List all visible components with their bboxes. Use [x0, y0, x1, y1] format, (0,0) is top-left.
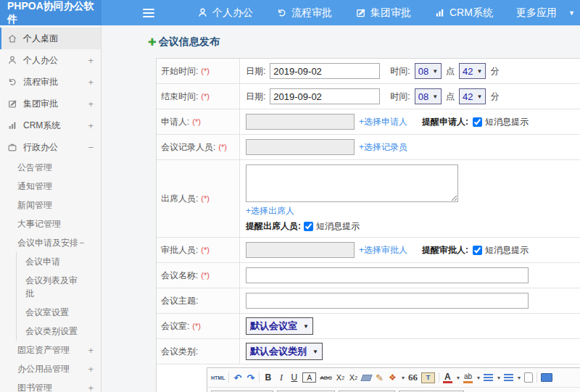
select-recorder-link[interactable]: +选择记录员 — [359, 141, 407, 154]
sidebar-item-personal-office[interactable]: 个人办公 + — [0, 49, 101, 71]
field-value — [240, 263, 580, 288]
expand-toggle: + — [88, 99, 94, 109]
caret-down-icon[interactable]: ▾ — [402, 375, 405, 381]
expand-toggle: + — [88, 345, 94, 356]
select-approver-link[interactable]: +选择审批人 — [359, 244, 407, 257]
font-box-button[interactable]: A — [302, 372, 316, 383]
html-source-button[interactable]: HTML — [211, 372, 225, 383]
approver-input[interactable] — [246, 242, 355, 258]
topnav-process-approval[interactable]: 流程审批 — [276, 7, 332, 20]
sidebar-item-group-approval[interactable]: 集团审批 + — [0, 93, 101, 114]
sidebar-item-meeting-list-approval[interactable]: 会议列表及审批 — [17, 271, 101, 303]
sidebar-item-label: 办公用品管理 — [17, 363, 70, 375]
caret-down-icon[interactable]: ▾ — [518, 375, 521, 381]
eraser-button[interactable] — [362, 372, 371, 383]
sidebar-item-admin-office[interactable]: 行政办公 − — [0, 136, 101, 158]
applicant-sms-checkbox[interactable] — [473, 117, 482, 127]
label-text: 会议记录人员: — [161, 141, 215, 154]
meeting-subject-input[interactable] — [246, 293, 529, 309]
topnav-personal-office[interactable]: 个人办公 — [197, 7, 253, 20]
start-date-input[interactable] — [270, 63, 380, 79]
underline-button[interactable]: U — [289, 372, 299, 383]
hamburger-menu-button[interactable] — [139, 0, 158, 25]
end-minute-select[interactable]: 42 ▼ — [459, 88, 486, 104]
topnav-group-approval[interactable]: 集团审批 — [355, 7, 411, 20]
required-mark: (*) — [201, 194, 210, 203]
field-label: 出席人员: (*) — [157, 160, 240, 237]
sidebar-item-label: 会议类别设置 — [25, 325, 78, 338]
redo-button[interactable]: ↷ — [246, 372, 255, 383]
sms-label: 短消息提示 — [485, 244, 529, 257]
sidebar-item-meeting-category-settings[interactable]: 会议类别设置 — [17, 322, 101, 341]
sidebar-item-personal-desktop[interactable]: 个人桌面 — [0, 28, 101, 49]
date-label: 日期: — [246, 91, 265, 103]
caret-down-icon[interactable]: ▾ — [497, 375, 500, 381]
caret-down-icon: ▼ — [303, 323, 309, 330]
sidebar-item-crm-system[interactable]: CRM系统 + — [0, 114, 101, 136]
highlight-color-button[interactable]: ab — [463, 372, 473, 383]
color-palette-button[interactable]: ❖ — [388, 372, 397, 383]
required-mark: (*) — [201, 67, 210, 75]
sidebar-item-meeting-apply[interactable]: 会议申请 — [17, 252, 101, 271]
selected-room: 默认会议室 — [250, 320, 297, 333]
fullscreen-button[interactable] — [541, 373, 552, 382]
meeting-category-select[interactable]: 默认会议类别 ▼ — [246, 343, 323, 360]
sidebar-item-office-supplies-mgmt[interactable]: 办公用品管理 + — [0, 359, 101, 378]
sidebar-item-label: 大事记管理 — [17, 218, 61, 230]
end-hour-select[interactable]: 08 ▼ — [415, 88, 442, 104]
field-label: 审批人员: (*) — [157, 238, 240, 262]
sms-option: 短消息提示 — [473, 244, 529, 257]
bold-button[interactable]: B — [263, 372, 273, 383]
sidebar-item-process-approval[interactable]: 流程审批 + — [0, 71, 101, 93]
ordered-list-button[interactable] — [484, 374, 493, 381]
attendees-textarea[interactable] — [246, 164, 458, 202]
undo-button[interactable]: ↶ — [233, 372, 242, 383]
meeting-name-input[interactable] — [246, 267, 529, 283]
blockquote-button[interactable]: 66 — [408, 372, 418, 383]
recorder-input[interactable] — [246, 139, 355, 155]
select-attendees-link[interactable]: +选择出席人 — [246, 205, 294, 217]
meeting-room-select[interactable]: 默认会议室 ▼ — [246, 317, 313, 335]
format-brush-button[interactable]: ✎ — [375, 372, 384, 383]
sidebar-item-book-mgmt[interactable]: 图书管理 + — [0, 378, 101, 392]
unordered-list-button[interactable] — [504, 374, 513, 381]
topnav-crm-system[interactable]: CRM系统 — [434, 7, 493, 20]
start-minute-select[interactable]: 42 ▼ — [459, 63, 486, 79]
toolbar-separator — [536, 372, 537, 383]
bar-chart-icon — [434, 7, 445, 18]
approver-sms-checkbox[interactable] — [473, 246, 482, 255]
select-applicant-link[interactable]: +选择申请人 — [359, 116, 407, 128]
paste-text-button[interactable]: T — [421, 372, 435, 383]
field-value: 日期: 时间: 08 ▼ 点 42 ▼ 分 — [240, 84, 580, 109]
sidebar-item-news-mgmt[interactable]: 新闻管理 — [0, 196, 101, 214]
toolbar-separator — [439, 372, 439, 383]
hour-unit: 点 — [446, 65, 455, 78]
field-value: +选择出席人 提醒出席人员: 短消息提示 — [240, 160, 580, 237]
new-page-button[interactable] — [524, 372, 533, 383]
required-mark: (*) — [201, 246, 210, 254]
subscript-button[interactable]: X2 — [349, 372, 358, 383]
sidebar-item-fixed-assets-mgmt[interactable]: 固定资产管理 + — [0, 341, 101, 359]
field-value: +选择记录员 — [240, 135, 580, 159]
sidebar-item-notice-mgmt[interactable]: 通知管理 — [0, 177, 101, 196]
attendees-sms-checkbox[interactable] — [304, 222, 313, 231]
caret-down-icon: ▼ — [477, 68, 483, 75]
hour-value: 08 — [418, 91, 428, 102]
strikethrough-button[interactable]: ABC — [320, 372, 331, 383]
caret-down-icon[interactable]: ▾ — [477, 375, 480, 381]
italic-button[interactable]: I — [276, 372, 286, 383]
applicant-input[interactable] — [246, 114, 355, 130]
start-hour-select[interactable]: 08 ▼ — [415, 63, 442, 79]
collapse-toggle: − — [88, 142, 94, 153]
top-navigation: 个人办公 流程审批 集团审批 CRM系统 更多应用 ▼ — [174, 7, 575, 20]
required-mark: (*) — [201, 271, 210, 280]
sidebar-item-announcement-mgmt[interactable]: 公告管理 — [0, 158, 101, 177]
sidebar-item-meeting-request-section[interactable]: 会议申请及安排 − — [0, 233, 101, 252]
font-color-button[interactable]: A — [443, 372, 452, 383]
sidebar-item-events-mgmt[interactable]: 大事记管理 — [0, 214, 101, 233]
end-date-input[interactable] — [270, 88, 380, 104]
superscript-button[interactable]: X2 — [336, 372, 345, 383]
caret-down-icon[interactable]: ▾ — [457, 375, 460, 381]
sidebar-item-meeting-room-settings[interactable]: 会议室设置 — [17, 303, 101, 322]
topnav-more-apps[interactable]: 更多应用 ▼ — [516, 7, 575, 20]
